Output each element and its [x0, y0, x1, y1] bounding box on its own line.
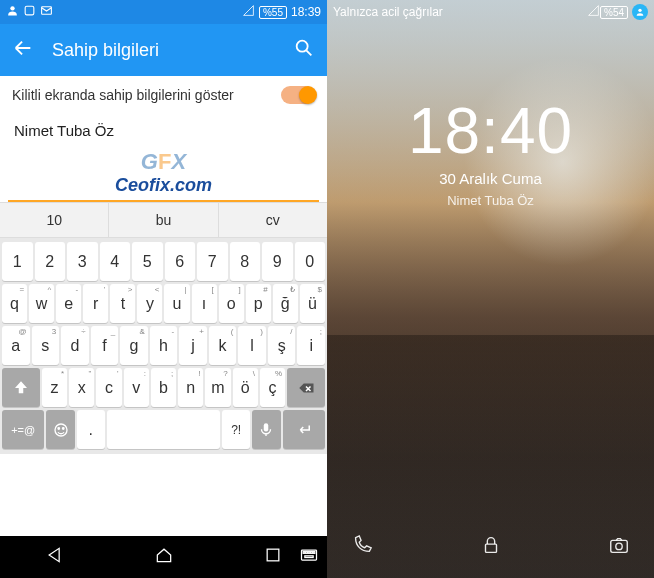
svg-point-3 — [297, 41, 308, 52]
key-ğ[interactable]: ğ₺ — [273, 284, 298, 323]
key-s[interactable]: s3 — [32, 326, 60, 365]
svg-rect-15 — [305, 556, 313, 558]
signal-icon — [242, 4, 255, 20]
signal-icon — [587, 4, 600, 20]
shift-key[interactable] — [2, 368, 40, 407]
key-f[interactable]: f_ — [91, 326, 119, 365]
key-.[interactable]: . — [77, 410, 105, 449]
key-u[interactable]: u| — [164, 284, 189, 323]
keyboard-suggestions: 10 bu cv — [0, 202, 327, 238]
svg-rect-10 — [303, 552, 305, 554]
suggestion-item[interactable]: bu — [109, 203, 218, 237]
toggle-switch[interactable] — [281, 86, 315, 104]
key-p[interactable]: p# — [246, 284, 271, 323]
svg-rect-7 — [264, 423, 269, 431]
suggestion-item[interactable]: 10 — [0, 203, 109, 237]
svg-rect-14 — [313, 552, 315, 554]
suggestion-item[interactable]: cv — [219, 203, 327, 237]
nav-recents-icon[interactable] — [263, 545, 283, 569]
svg-rect-1 — [25, 6, 34, 15]
wallpaper — [327, 0, 654, 578]
nav-home-icon[interactable] — [154, 545, 174, 569]
keyboard-toggle-icon[interactable] — [299, 545, 319, 569]
symbols-key[interactable]: +=@ — [2, 410, 44, 449]
key-c[interactable]: c' — [96, 368, 121, 407]
lock-date: 30 Aralık Cuma — [327, 170, 654, 187]
key-n[interactable]: n! — [178, 368, 203, 407]
key-x[interactable]: x" — [69, 368, 94, 407]
key-2[interactable]: 2 — [35, 242, 66, 281]
key-k[interactable]: k( — [209, 326, 237, 365]
svg-rect-13 — [311, 552, 313, 554]
search-button[interactable] — [293, 37, 315, 63]
key-5[interactable]: 5 — [132, 242, 163, 281]
status-time: 18:39 — [291, 5, 321, 19]
key-o[interactable]: o] — [219, 284, 244, 323]
lock-icon[interactable] — [480, 534, 502, 560]
space-key[interactable] — [107, 410, 220, 449]
key-h[interactable]: h- — [150, 326, 178, 365]
emergency-text: Yalnızca acil çağrılar — [333, 5, 443, 19]
svg-rect-8 — [267, 549, 279, 561]
key-e[interactable]: e- — [56, 284, 81, 323]
backspace-key[interactable] — [287, 368, 325, 407]
svg-point-5 — [58, 427, 60, 429]
key-d[interactable]: d÷ — [61, 326, 89, 365]
key-ı[interactable]: ı[ — [192, 284, 217, 323]
svg-rect-12 — [308, 552, 310, 554]
lock-screen: Yalnızca acil çağrılar %54 18:40 30 Aral… — [327, 0, 654, 578]
battery-indicator: %54 — [600, 6, 628, 19]
key-1[interactable]: 1 — [2, 242, 33, 281]
lock-time: 18:40 — [327, 94, 654, 168]
nav-bar — [0, 536, 327, 578]
camera-shortcut-icon[interactable] — [608, 534, 630, 560]
svg-rect-11 — [306, 552, 308, 554]
punctuation-key[interactable]: ?! — [222, 410, 250, 449]
key-6[interactable]: 6 — [165, 242, 196, 281]
lock-info: 18:40 30 Aralık Cuma Nimet Tuba Öz — [327, 94, 654, 208]
key-b[interactable]: b; — [151, 368, 176, 407]
phone-shortcut-icon[interactable] — [351, 534, 373, 560]
nav-back-icon[interactable] — [45, 545, 65, 569]
key-l[interactable]: l) — [238, 326, 266, 365]
status-bar: Yalnızca acil çağrılar %54 — [327, 0, 654, 24]
key-a[interactable]: a@ — [2, 326, 30, 365]
key-7[interactable]: 7 — [197, 242, 228, 281]
key-0[interactable]: 0 — [295, 242, 326, 281]
key-4[interactable]: 4 — [100, 242, 131, 281]
key-v[interactable]: v: — [124, 368, 149, 407]
key-t[interactable]: t> — [110, 284, 135, 323]
lock-shortcuts — [327, 534, 654, 560]
key-g[interactable]: g& — [120, 326, 148, 365]
svg-rect-18 — [611, 540, 628, 552]
battery-indicator: %55 — [259, 6, 287, 19]
key-8[interactable]: 8 — [230, 242, 261, 281]
key-m[interactable]: m? — [205, 368, 230, 407]
mic-key[interactable] — [252, 410, 280, 449]
settings-screen: %55 18:39 Sahip bilgileri Kilitli ekrand… — [0, 0, 327, 578]
key-y[interactable]: y< — [137, 284, 162, 323]
key-ç[interactable]: ç% — [260, 368, 285, 407]
key-r[interactable]: r' — [83, 284, 108, 323]
key-i[interactable]: i; — [297, 326, 325, 365]
back-button[interactable] — [12, 37, 34, 63]
svg-point-19 — [616, 543, 622, 549]
emoji-key[interactable] — [46, 410, 74, 449]
owner-name-input[interactable]: Nimet Tuba Öz — [0, 112, 327, 145]
key-ö[interactable]: ö\ — [233, 368, 258, 407]
key-3[interactable]: 3 — [67, 242, 98, 281]
key-w[interactable]: w^ — [29, 284, 54, 323]
key-ü[interactable]: ü$ — [300, 284, 325, 323]
svg-point-0 — [10, 6, 14, 10]
toggle-row-show-owner[interactable]: Kilitli ekranda sahip bilgilerini göster — [0, 76, 327, 112]
key-9[interactable]: 9 — [262, 242, 293, 281]
key-j[interactable]: j+ — [179, 326, 207, 365]
key-z[interactable]: z* — [42, 368, 67, 407]
keyboard: 1234567890 q=w^e-r't>y<u|ı[o]p#ğ₺ü$ a@s3… — [0, 238, 327, 454]
key-ş[interactable]: ş/ — [268, 326, 296, 365]
enter-key[interactable] — [283, 410, 325, 449]
key-q[interactable]: q= — [2, 284, 27, 323]
svg-point-6 — [62, 427, 64, 429]
gmail-icon — [40, 4, 53, 20]
user-avatar-icon[interactable] — [632, 4, 648, 20]
